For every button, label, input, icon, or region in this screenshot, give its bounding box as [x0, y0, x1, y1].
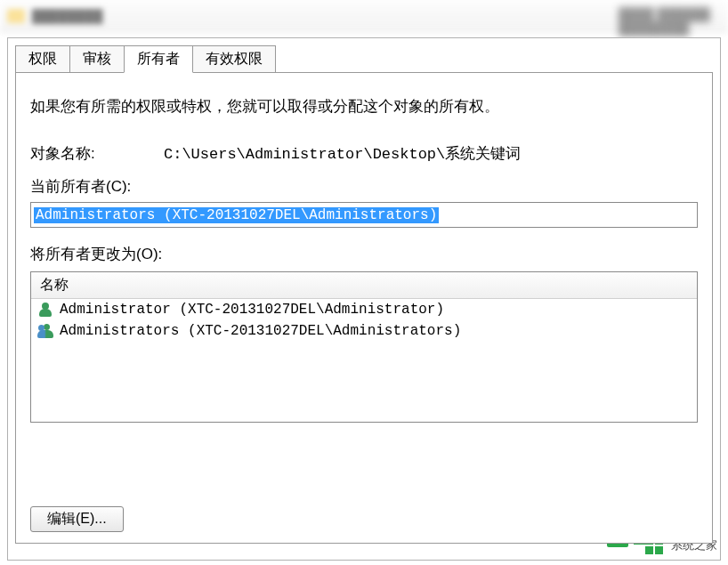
- description-text: 如果您有所需的权限或特权，您就可以取得或分配这个对象的所有权。: [30, 96, 698, 117]
- tab-permissions[interactable]: 权限: [15, 45, 70, 73]
- folder-icon: [7, 9, 25, 23]
- owner-list-box: 名称 Administrator (XTC-20131027DEL\Admini…: [30, 271, 698, 423]
- owner-entry-name: Administrators (XTC-20131027DEL\Administ…: [60, 323, 461, 339]
- change-owner-label: 将所有者更改为(O):: [30, 244, 698, 264]
- current-owner-box[interactable]: Administrators (XTC-20131027DEL\Administ…: [30, 202, 698, 228]
- tab-effective-permissions[interactable]: 有效权限: [192, 45, 276, 73]
- owner-entry-name: Administrator (XTC-20131027DEL\Administr…: [60, 302, 444, 318]
- object-name-label: 对象名称:: [30, 143, 164, 164]
- tab-audit[interactable]: 审核: [69, 45, 125, 73]
- edit-button[interactable]: 编辑(E)...: [30, 506, 124, 532]
- list-header-name[interactable]: 名称: [31, 272, 697, 299]
- object-name-row: 对象名称: C:\Users\Administrator\Desktop\系统关…: [30, 143, 698, 164]
- group-icon: [36, 322, 54, 340]
- tab-owner[interactable]: 所有者: [124, 45, 193, 73]
- user-icon: [36, 301, 54, 319]
- current-owner-value: Administrators (XTC-20131027DEL\Administ…: [34, 207, 439, 223]
- tab-content: 如果您有所需的权限或特权，您就可以取得或分配这个对象的所有权。 对象名称: C:…: [15, 72, 713, 544]
- dialog-container: 权限 审核 所有者 有效权限 如果您有所需的权限或特权，您就可以取得或分配这个对…: [7, 37, 721, 561]
- tabs: 权限 审核 所有者 有效权限: [15, 45, 720, 73]
- list-item[interactable]: Administrators (XTC-20131027DEL\Administ…: [31, 320, 697, 342]
- object-name-value: C:\Users\Administrator\Desktop\系统关键词: [164, 143, 521, 164]
- blurred-right-area: ████ ██████ ████████: [619, 7, 710, 36]
- list-item[interactable]: Administrator (XTC-20131027DEL\Administr…: [31, 299, 697, 320]
- current-owner-label: 当前所有者(C):: [30, 176, 698, 197]
- blurred-title: ████████: [32, 9, 102, 23]
